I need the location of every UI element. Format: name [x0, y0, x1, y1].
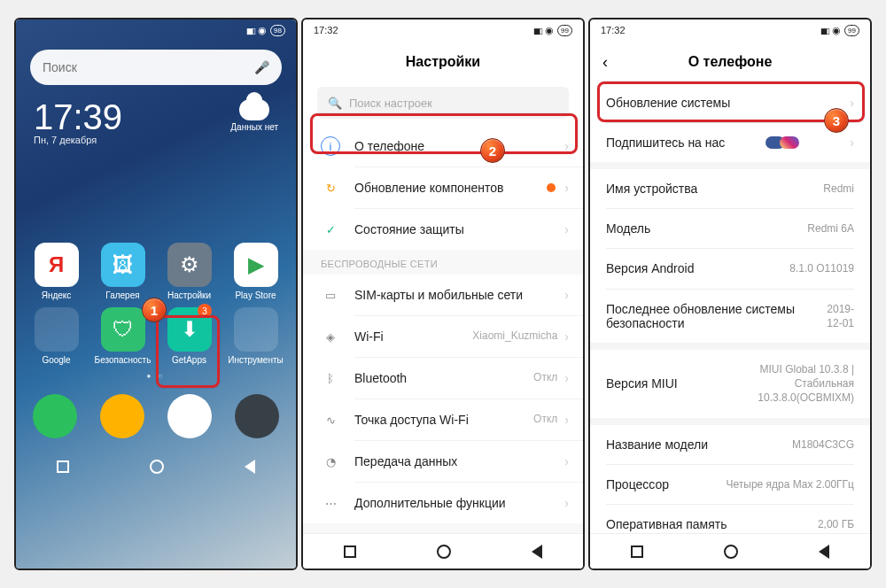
row-value: 2019-12-01	[812, 302, 854, 330]
row-wifi[interactable]: ◈Wi-FiXiaomi_Kuzmicha›	[303, 316, 583, 357]
row-label: Название модели	[606, 437, 708, 452]
row-label: Wi-Fi	[354, 329, 472, 344]
nav-recent[interactable]	[57, 460, 69, 473]
cloud-icon	[239, 99, 269, 120]
row-value: Redmi	[823, 182, 854, 196]
chevron-right-icon: ›	[564, 371, 569, 385]
page-title: О телефоне	[688, 54, 773, 70]
app-playstore[interactable]: ▶Play Store	[224, 243, 287, 300]
mic-icon[interactable]: 🎤	[254, 60, 269, 74]
row-value: Xiaomi_Kuzmicha	[472, 329, 557, 344]
instagram-icon	[780, 136, 799, 149]
about-row[interactable]: Имя устройстваRedmi	[590, 169, 870, 208]
app-label: GetApps	[172, 355, 206, 365]
battery-icon: 99	[844, 25, 859, 36]
chevron-right-icon: ›	[850, 96, 854, 110]
dock-browser[interactable]	[167, 394, 212, 438]
search-input[interactable]	[43, 60, 254, 74]
row-label: Обновление компонентов	[354, 181, 547, 195]
nav-home[interactable]	[724, 545, 738, 559]
nav-home[interactable]	[437, 545, 451, 559]
wifi-icon: ◈	[321, 327, 340, 346]
row-label: Последнее обновление системы безопасност…	[606, 302, 812, 330]
app-label: Google	[42, 355, 70, 365]
notification-dot	[547, 183, 556, 192]
clock-widget[interactable]: 17:39 Пн, 7 декабря Данных нет	[16, 94, 296, 154]
about-row[interactable]: Оперативная память2,00 ГБ	[590, 505, 870, 533]
app-getapps[interactable]: ⬇3GetApps	[158, 307, 221, 365]
row-label: Версия MIUI	[606, 376, 678, 391]
nav-recent[interactable]	[631, 545, 643, 558]
dock-camera[interactable]	[235, 394, 279, 438]
row-hotspot[interactable]: ∿Точка доступа Wi-FiОткл›	[303, 399, 583, 440]
about-list[interactable]: Обновление системы › Подпишитесь на нас …	[590, 83, 870, 533]
about-row[interactable]: Версия MIUIMIUI Global 10.3.8 | Стабильн…	[590, 350, 870, 418]
nav-home[interactable]	[150, 460, 164, 474]
chevron-right-icon: ›	[564, 288, 569, 302]
row-label: Точка доступа Wi-Fi	[354, 413, 533, 427]
signal-icon	[246, 25, 254, 35]
row-data-usage[interactable]: ◔Передача данных›	[303, 441, 583, 482]
dock-phone[interactable]	[33, 394, 77, 438]
status-time: 17:32	[314, 25, 338, 35]
app-label: Яндекс	[42, 290, 72, 300]
nav-bar	[303, 533, 583, 569]
folder-tools[interactable]: Инструменты	[224, 307, 287, 365]
app-label: Галерея	[105, 290, 139, 300]
about-row[interactable]: МодельRedmi 6A	[590, 209, 870, 248]
nav-back[interactable]	[532, 545, 542, 559]
dock-messages[interactable]	[100, 394, 144, 438]
app-yandex[interactable]: ЯЯндекс	[25, 243, 88, 300]
row-sim[interactable]: ▭SIM-карты и мобильные сети›	[303, 275, 583, 315]
about-row[interactable]: ПроцессорЧетыре ядра Max 2.00ГГц	[590, 465, 870, 504]
row-more[interactable]: ⋯Дополнительные функции›	[303, 483, 583, 523]
app-gallery[interactable]: 🖼Галерея	[91, 243, 154, 300]
chevron-right-icon: ›	[564, 139, 569, 153]
nav-bar	[590, 533, 870, 569]
home-screen: 98 🎤 17:39 Пн, 7 декабря Данных нет ЯЯнд…	[16, 19, 296, 569]
hotspot-icon: ∿	[321, 410, 340, 429]
apps-grid: ЯЯндекс 🖼Галерея ⚙Настройки ▶Play Store …	[16, 154, 296, 365]
row-value: Откл	[533, 413, 557, 427]
chevron-right-icon: ›	[564, 329, 569, 344]
folder-google[interactable]: Google	[25, 307, 88, 365]
phone-settings: 17:32 99 Настройки 🔍 Поиск настроек i О …	[301, 18, 585, 570]
dock	[16, 387, 296, 449]
nav-back[interactable]	[819, 545, 829, 559]
back-button[interactable]: ‹	[602, 53, 608, 72]
chevron-right-icon: ›	[564, 454, 569, 468]
app-settings[interactable]: ⚙Настройки	[158, 243, 221, 300]
row-value: 2,00 ГБ	[818, 517, 854, 531]
wifi-icon	[258, 25, 267, 36]
page-title: Настройки	[406, 54, 480, 70]
home-search[interactable]: 🎤	[30, 50, 282, 85]
nav-bar	[16, 449, 296, 484]
weather-widget[interactable]: Данных нет	[230, 99, 278, 132]
update-icon: ↻	[321, 178, 340, 197]
nav-back[interactable]	[245, 460, 255, 474]
settings-search[interactable]: 🔍 Поиск настроек	[317, 87, 569, 119]
status-bar: 17:32 99	[590, 19, 870, 41]
settings-list[interactable]: i О телефоне › ↻ Обновление компонентов …	[303, 126, 583, 533]
nav-recent[interactable]	[344, 545, 356, 558]
row-about-phone[interactable]: i О телефоне ›	[303, 126, 583, 166]
sim-icon: ▭	[321, 285, 340, 305]
weather-label: Данных нет	[230, 122, 278, 132]
row-value: M1804C3CG	[792, 437, 854, 452]
status-bar: 17:32 99	[303, 19, 583, 41]
row-bluetooth[interactable]: ᛒBluetoothОткл›	[303, 358, 583, 398]
battery-icon: 99	[557, 25, 572, 36]
row-value: Четыре ядра Max 2.00ГГц	[727, 477, 855, 491]
about-row[interactable]: Последнее обновление системы безопасност…	[590, 290, 870, 343]
row-label: О телефоне	[354, 139, 564, 153]
shield-icon: ✓	[321, 220, 340, 239]
row-security-status[interactable]: ✓ Состояние защиты ›	[303, 209, 583, 250]
row-label: SIM-карты и мобильные сети	[354, 288, 564, 302]
signal-icon	[820, 25, 828, 35]
about-row[interactable]: Название моделиM1804C3CG	[590, 425, 870, 464]
row-value: Redmi 6A	[807, 221, 854, 236]
phone-home: 98 🎤 17:39 Пн, 7 декабря Данных нет ЯЯнд…	[14, 18, 298, 570]
row-label: Имя устройства	[606, 182, 697, 196]
row-component-updates[interactable]: ↻ Обновление компонентов ›	[303, 167, 583, 208]
about-row[interactable]: Версия Android8.1.0 O11019	[590, 249, 870, 288]
